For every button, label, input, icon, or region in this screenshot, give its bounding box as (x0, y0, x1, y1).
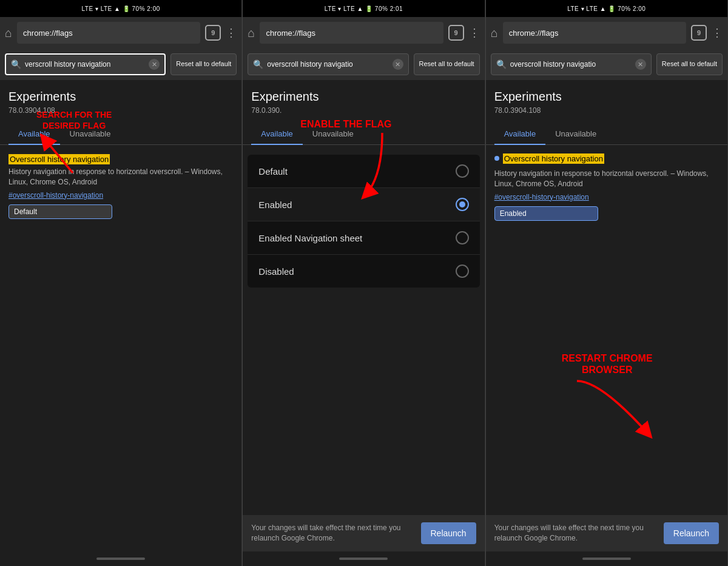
tab-count-1[interactable]: 9 (205, 25, 221, 41)
flag-dot-3 (494, 156, 499, 161)
tab-unavailable-2[interactable]: Unavailable (303, 123, 363, 144)
status-bar-2: LTE ▾ LTE ▲ 🔋 70% 2:01 (243, 0, 484, 17)
url-bar-1[interactable]: chrome://flags (17, 22, 200, 44)
status-bar-3: LTE ▾ LTE ▲ 🔋 70% 2:00 (486, 0, 727, 17)
menu-dots-1[interactable]: ⋮ (226, 26, 237, 39)
nav-bar-line-1 (96, 558, 145, 560)
option-default-2[interactable]: Default (248, 155, 479, 188)
flag-item-3: Overscroll history navigation History na… (494, 153, 719, 221)
status-text-3: LTE ▾ LTE ▲ 🔋 70% 2:00 (567, 5, 645, 12)
clear-icon-3[interactable]: ✕ (635, 59, 646, 70)
experiments-title-3: Experiments (494, 90, 719, 104)
nav-home-bar-1 (0, 551, 241, 566)
flag-desc-1: History navigation in response to horizo… (8, 167, 233, 187)
tabs-1: Available Unavailable (0, 123, 241, 145)
radio-nav-sheet-2 (456, 231, 469, 244)
tab-available-2[interactable]: Available (251, 123, 303, 144)
radio-disabled-2 (456, 264, 469, 278)
search-wrapper-1: 🔍 ✕ (5, 53, 166, 75)
menu-dots-3[interactable]: ⋮ (712, 26, 723, 39)
nav-bar-line-3 (582, 558, 631, 560)
search-area-1: 🔍 ✕ Reset all to default (0, 49, 241, 80)
experiments-title-2: Experiments (251, 90, 476, 104)
experiments-version-2: 78.0.390. (251, 106, 476, 115)
search-area-2: 🔍 ✕ Reset all to default (243, 49, 484, 80)
option-disabled-label-2: Disabled (258, 266, 294, 277)
content-3: Overscroll history navigation History na… (486, 145, 727, 515)
flag-link-3[interactable]: #overscroll-history-navigation (494, 193, 719, 201)
clear-icon-2[interactable]: ✕ (393, 59, 403, 70)
flag-name-3: Overscroll history navigation (503, 153, 604, 164)
clear-icon-1[interactable]: ✕ (149, 59, 160, 70)
options-list-2: Default Enabled Enabled Navigation sheet… (248, 155, 479, 288)
browser-bar-2: ⌂ chrome://flags 9 ⋮ (243, 17, 484, 49)
flag-name-1: Overscroll history navigation (8, 154, 110, 164)
browser-bar-1: ⌂ chrome://flags 9 ⋮ (0, 17, 241, 49)
url-text-1: chrome://flags (23, 29, 73, 38)
experiments-version-3: 78.0.3904.108 (494, 106, 719, 115)
dropdown-panel-2: Default Enabled Enabled Navigation sheet… (243, 145, 484, 297)
home-icon-2[interactable]: ⌂ (248, 26, 255, 40)
tab-available-1[interactable]: Available (8, 123, 60, 144)
url-bar-2[interactable]: chrome://flags (260, 22, 443, 44)
tabs-3: Available Unavailable (486, 123, 727, 145)
flag-select-3[interactable]: Default Enabled Enabled Navigation sheet… (494, 206, 598, 221)
option-nav-sheet-label-2: Enabled Navigation sheet (258, 233, 362, 243)
status-bar-1: LTE ▾ LTE ▲ 🔋 70% 2:00 (0, 0, 241, 17)
url-text-2: chrome://flags (266, 29, 315, 38)
radio-enabled-2 (456, 198, 469, 211)
tab-unavailable-1[interactable]: Unavailable (60, 123, 121, 144)
option-enabled-label-2: Enabled (258, 200, 292, 210)
flag-desc-3: History navigation in response to horizo… (494, 169, 719, 189)
search-wrapper-3: 🔍 ✕ (491, 53, 652, 75)
tab-available-3[interactable]: Available (494, 123, 546, 144)
flag-select-1[interactable]: Default Enabled Enabled Navigation sheet… (8, 204, 112, 219)
search-input-2[interactable] (267, 60, 388, 69)
search-icon-3: 🔍 (496, 59, 507, 69)
browser-bar-3: ⌂ chrome://flags 9 ⋮ (486, 17, 727, 49)
flag-item-1: Overscroll history navigation History na… (8, 153, 233, 219)
option-enabled-2[interactable]: Enabled (248, 188, 479, 221)
tab-count-2[interactable]: 9 (448, 25, 464, 41)
home-icon-3[interactable]: ⌂ (491, 26, 498, 40)
reset-button-2[interactable]: Reset all to default (414, 53, 480, 75)
experiments-header-2: Experiments 78.0.390. (243, 80, 484, 117)
bottom-bar-3: Your changes will take effect the next t… (486, 515, 727, 551)
url-bar-3[interactable]: chrome://flags (503, 22, 686, 44)
url-text-3: chrome://flags (509, 29, 559, 38)
reset-button-1[interactable]: Reset all to default (170, 53, 237, 75)
flag-name-row-3: Overscroll history navigation (494, 153, 719, 166)
search-area-3: 🔍 ✕ Reset all to default (486, 49, 727, 80)
status-text-2: LTE ▾ LTE ▲ 🔋 70% 2:01 (325, 5, 403, 12)
relaunch-button-2[interactable]: Relaunch (421, 522, 476, 544)
status-text-1: LTE ▾ LTE ▲ 🔋 70% 2:00 (82, 5, 160, 12)
tabs-2: Available Unavailable (243, 123, 484, 145)
relaunch-button-3[interactable]: Relaunch (664, 522, 719, 544)
option-disabled-2[interactable]: Disabled (248, 255, 479, 288)
experiments-header-1: Experiments 78.0.3904.108 (0, 80, 241, 117)
experiments-title-1: Experiments (8, 90, 233, 104)
option-default-label-2: Default (258, 166, 288, 177)
menu-dots-2[interactable]: ⋮ (469, 26, 480, 39)
nav-home-bar-2 (243, 551, 484, 566)
relaunch-text-2: Your changes will take effect the next t… (251, 523, 414, 544)
search-icon-1: 🔍 (11, 59, 21, 69)
option-nav-sheet-2[interactable]: Enabled Navigation sheet (248, 221, 479, 255)
content-1: Overscroll history navigation History na… (0, 145, 241, 551)
tab-count-3[interactable]: 9 (691, 25, 707, 41)
experiments-header-3: Experiments 78.0.3904.108 (486, 80, 727, 117)
nav-home-bar-3 (486, 551, 727, 566)
search-input-3[interactable] (510, 60, 632, 69)
bottom-bar-2: Your changes will take effect the next t… (243, 515, 484, 551)
relaunch-text-3: Your changes will take effect the next t… (494, 523, 658, 544)
flag-link-1[interactable]: #overscroll-history-navigation (8, 191, 233, 200)
nav-bar-line-2 (339, 558, 388, 560)
radio-default-2 (456, 164, 469, 178)
search-input-1[interactable] (25, 60, 145, 69)
reset-button-3[interactable]: Reset all to default (656, 53, 723, 75)
tab-unavailable-3[interactable]: Unavailable (545, 123, 606, 144)
search-icon-2: 🔍 (253, 59, 263, 69)
search-wrapper-2: 🔍 ✕ (248, 53, 408, 75)
home-icon-1[interactable]: ⌂ (5, 26, 12, 40)
experiments-version-1: 78.0.3904.108 (8, 106, 233, 115)
